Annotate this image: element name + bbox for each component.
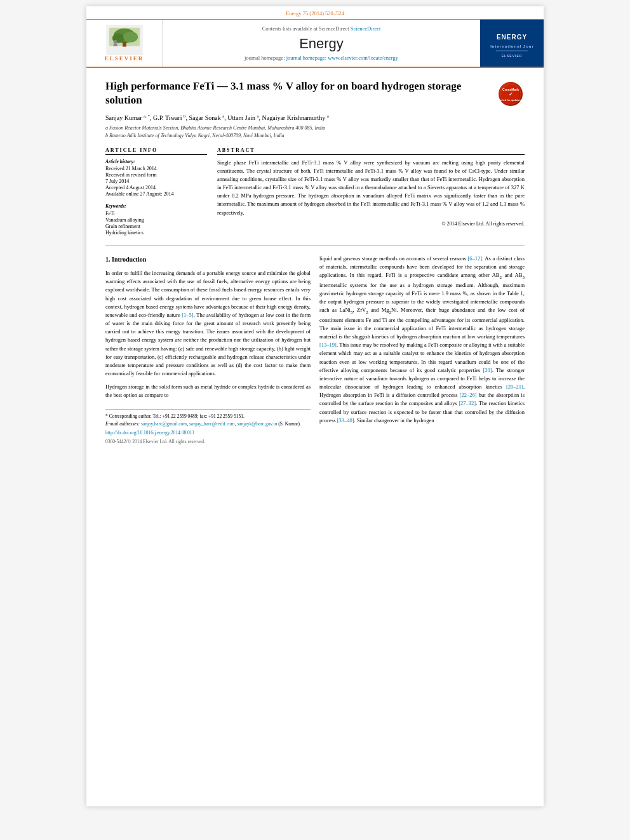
journal-title-section: Contents lists available at ScienceDirec… [163,20,480,67]
email-link-3[interactable]: sanjayk@barc.gov.in [237,421,277,427]
email-link-1[interactable]: sanjay.harc@gmail.com [141,421,187,427]
svg-rect-7 [113,44,117,46]
article-info-column: Article Info Article history: Received 2… [105,147,207,236]
ref-6-12[interactable]: [6–12] [467,255,482,262]
ref-33-40[interactable]: [33–40] [337,417,354,423]
intro-heading: 1. Introduction [105,255,311,265]
elsevier-logo: ELSEVIER [105,25,144,62]
body-right-column: liquid and gaseous storage methods on ac… [319,255,525,446]
main-content: High performance FeTi — 3.1 mass % V all… [86,68,544,458]
sciencedirect-link: Contents lists available at ScienceDirec… [262,25,381,32]
article-title-text: High performance FeTi — 3.1 mass % V all… [105,80,461,106]
intro-para1: In order to fulfill the increasing deman… [105,269,311,378]
such-word: such [319,307,330,313]
history-label: Article history: [105,159,207,164]
svg-point-4 [123,32,138,43]
svg-rect-5 [123,42,126,47]
crossmark-badge: CrossMark ✓ click for updates [496,79,525,108]
article-info-label: Article Info [105,147,207,155]
body-left-column: 1. Introduction In order to fulfill the … [105,255,311,446]
elsevier-wordmark: ELSEVIER [105,55,144,62]
received-revised-date: 7 July 2014 [105,178,207,184]
journal-title: Energy [299,36,344,52]
citation-text: Energy 75 (2014) 520–524 [286,10,344,17]
journal-header: ELSEVIER Contents lists available at Sci… [86,20,544,68]
svg-point-6 [113,40,117,44]
intro-para3: liquid and gaseous storage methods on ac… [319,255,525,425]
affiliation-a: a Fusion Reactor Materials Section, Bhab… [105,124,525,132]
these-word: these [196,286,207,293]
ref-27-32[interactable]: [27–32] [459,400,476,406]
received-revised-label: Received in revised form [105,172,207,178]
ref-1-5[interactable]: [1–5] [182,312,193,318]
article-history: Article history: Received 21 March 2014 … [105,159,207,197]
abstract-column: Abstract Single phase FeTi intermetallic… [217,147,525,236]
section-divider [105,245,525,246]
ref-22-26[interactable]: [22–26] [460,392,477,398]
keyword-vanadium: Vanadium alloying [105,217,207,223]
authors-line: Sanjay Kumar a, *, G.P. Tiwari b, Sagar … [105,114,525,121]
info-abstract-section: Article Info Article history: Received 2… [105,147,525,236]
journal-page: Energy 75 (2014) 520–524 ELSEVIER [86,6,544,806]
body-section: 1. Introduction In order to fulfill the … [105,255,525,446]
elsevier-logo-section: ELSEVIER [86,20,163,67]
footnote-section: * Corresponding author. Tel.: +91 22 255… [105,409,311,446]
intro-para2: Hydrogen storage in the solid form such … [105,383,311,399]
received-date: Received 21 March 2014 [105,166,207,171]
journal-homepage: journal homepage: journal homepage: www.… [245,55,398,61]
ref-20-21[interactable]: [20–21] [506,383,523,390]
issn-line: 0360-5442/© 2014 Elsevier Ltd. All right… [105,438,311,446]
corresponding-author: * Corresponding author. Tel.: +91 22 255… [105,413,311,420]
journal-homepage-link[interactable]: journal homepage: www.elsevier.com/locat… [286,55,398,61]
article-title-section: High performance FeTi — 3.1 mass % V all… [105,79,525,107]
available-online: Available online 27 August: 2014 [105,191,207,197]
affiliations-section: a Fusion Reactor Materials Section, Bhab… [105,124,525,140]
doi-link[interactable]: http://dx.doi.org/10.1016/j.energy.2014.… [105,430,194,436]
copyright-line: © 2014 Elsevier Ltd. All rights reserved… [217,221,525,227]
svg-text:click for updates: click for updates [500,98,521,102]
energy-journal-logo: ENERGY An International Journal ELSEVIER [490,25,534,60]
energy-logo-box: ENERGY An International Journal ELSEVIER [480,20,544,67]
ref-13-19[interactable]: [13–19] [319,342,337,348]
keyword-feti: FeTi [105,211,207,217]
svg-text:ELSEVIER: ELSEVIER [502,54,523,58]
svg-text:✓: ✓ [508,91,513,97]
ref-20[interactable]: [20] [483,367,492,373]
keyword-grain: Grain refinement [105,223,207,229]
top-citation-bar: Energy 75 (2014) 520–524 [86,6,544,20]
keywords-section: Keywords: FeTi Vanadium alloying Grain r… [105,203,207,236]
email-link-2[interactable]: sanjay_barc@redif.com [189,421,235,427]
elsevier-tree-icon [106,25,143,55]
doi-line: http://dx.doi.org/10.1016/j.energy.2014.… [105,429,311,437]
svg-text:An International Journal: An International Journal [490,44,534,48]
sciencedirect-anchor[interactable]: ScienceDirect [351,25,381,32]
email-footnote: E-mail addresses: sanjay.harc@gmail.com,… [105,421,311,428]
keyword-hydriding: Hydriding kinetics [105,230,207,236]
abstract-label: Abstract [217,147,525,155]
affiliation-b: b Ramrao Adik Institute of Technology Vi… [105,132,525,140]
abstract-text: Single phase FeTi intermetallic and FeTi… [217,159,525,217]
accepted-date: Accepted 4 August 2014 [105,185,207,190]
keywords-label: Keywords: [105,203,207,209]
crossmark-icon: CrossMark ✓ click for updates [499,82,523,106]
svg-text:ENERGY: ENERGY [497,34,527,41]
